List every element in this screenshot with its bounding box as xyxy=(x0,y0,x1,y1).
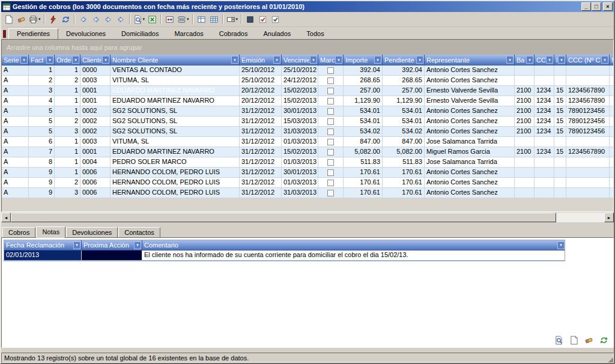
marca-checkbox[interactable] xyxy=(327,180,334,186)
cell-importe[interactable]: 170.61 xyxy=(344,178,383,188)
cell-marca[interactable] xyxy=(318,117,344,127)
column-header-i[interactable]: I▼ xyxy=(554,55,566,65)
notes-column-header-comentario[interactable]: Comentario▼ xyxy=(142,240,565,250)
cell-representante[interactable]: Antonio Cortes Sanchez xyxy=(425,76,515,86)
column-header-vencimie[interactable]: Vencimie▼ xyxy=(282,55,318,65)
marca-checkbox[interactable] xyxy=(327,149,334,156)
marca-checkbox[interactable] xyxy=(327,108,334,115)
cell-ccc-n-c[interactable] xyxy=(566,137,610,147)
cell-nombre-cliente[interactable]: EDUARDO MARTINEZ NAVARRO xyxy=(111,96,240,106)
cell-vencimie[interactable]: 31/03/2013 xyxy=(282,188,318,198)
resize-grip[interactable]: ◢ xyxy=(608,356,613,363)
column-header-emision[interactable]: Emisión▼ xyxy=(240,55,282,65)
column-header-ba[interactable]: Ba▼ xyxy=(515,55,535,65)
cell-n[interactable] xyxy=(610,76,613,86)
filter-button[interactable]: ▼ xyxy=(72,56,79,64)
cell-emision[interactable]: 31/12/2012 xyxy=(240,106,282,117)
cell-vencimie[interactable]: 15/02/2013 xyxy=(282,96,318,106)
column-header-importe[interactable]: Importe▼ xyxy=(344,55,383,65)
cell-emision[interactable]: 31/12/2012 xyxy=(240,147,282,157)
cell-vencimie[interactable]: 15/02/2013 xyxy=(282,86,318,96)
cell-importe[interactable]: 534.01 xyxy=(344,106,383,117)
cell-nombre-cliente[interactable]: SG2 SOLUTIONS, SL xyxy=(111,127,240,137)
cell-vencimie[interactable]: 30/01/2013 xyxy=(282,168,318,178)
cell-representante[interactable]: Ernesto Valverde Sevilla xyxy=(425,96,515,106)
remittance-button[interactable] xyxy=(163,13,176,26)
cell-ba[interactable] xyxy=(515,168,535,178)
marca-checkbox[interactable] xyxy=(327,88,334,94)
cell-ba[interactable]: 2100 xyxy=(515,147,535,157)
table-row[interactable]: A520002SG2 SOLUTIONS, SL31/12/201215/03/… xyxy=(2,117,613,127)
cell-marca[interactable] xyxy=(318,188,344,198)
cell-representante[interactable]: Antonio Cortes Sanchez xyxy=(425,106,515,117)
cell-i[interactable] xyxy=(554,137,566,147)
marca-checkbox[interactable] xyxy=(327,159,334,166)
cell-orden[interactable]: 1 xyxy=(55,106,80,117)
cell-i[interactable]: 15 xyxy=(554,86,566,96)
cell-serie[interactable]: A xyxy=(2,76,29,86)
view-selector[interactable]: ▾ xyxy=(225,13,240,26)
cell-n[interactable] xyxy=(610,188,613,198)
marca-checkbox[interactable] xyxy=(327,129,334,135)
cell-i[interactable] xyxy=(554,76,566,86)
cell-fact[interactable]: 9 xyxy=(29,168,55,178)
cell-n[interactable] xyxy=(610,117,613,127)
nav-first-button[interactable] xyxy=(77,13,89,26)
notes-cell-fecha-reclamacion[interactable]: 02/01/2013 xyxy=(4,250,82,261)
notes-cell-proxima-accion[interactable] xyxy=(82,250,142,261)
cell-cc[interactable]: 1234 xyxy=(535,86,554,96)
filter-button[interactable]: ▼ xyxy=(526,56,533,64)
filter-button[interactable]: ▼ xyxy=(46,56,53,64)
cell-fact[interactable]: 5 xyxy=(29,117,55,127)
cell-serie[interactable]: A xyxy=(2,137,29,147)
filter-button[interactable]: ▼ xyxy=(557,241,565,249)
filter-button[interactable]: ▼ xyxy=(310,56,317,64)
cell-cliente[interactable]: 0001 xyxy=(80,147,111,157)
filter-button[interactable]: ▼ xyxy=(416,56,423,64)
cell-ba[interactable] xyxy=(515,178,535,188)
cell-cliente[interactable]: 0003 xyxy=(80,76,111,86)
grid-layout-button[interactable] xyxy=(195,13,208,26)
marca-checkbox[interactable] xyxy=(327,67,334,74)
cell-i[interactable] xyxy=(554,157,566,168)
table-row[interactable]: A610003VITUMA, SL31/12/201201/03/2013847… xyxy=(2,137,613,147)
tab-cobrados[interactable]: Cobrados xyxy=(211,29,256,39)
cell-importe[interactable]: 257.00 xyxy=(344,86,383,96)
cell-serie[interactable]: A xyxy=(2,96,29,106)
cell-cliente[interactable]: 0003 xyxy=(80,137,111,147)
cell-orden[interactable]: 1 xyxy=(55,65,80,76)
cell-serie[interactable]: A xyxy=(2,147,29,157)
cell-representante[interactable]: Antonio Cortes Sanchez xyxy=(425,178,515,188)
cell-fact[interactable]: 1 xyxy=(29,65,55,76)
scroll-thumb[interactable] xyxy=(11,213,556,222)
cell-representante[interactable]: Antonio Cortes Sanchez xyxy=(425,127,515,137)
cell-importe[interactable]: 847.00 xyxy=(344,137,383,147)
cell-ccc-n-c[interactable] xyxy=(566,65,610,76)
cell-cc[interactable] xyxy=(535,188,554,198)
cell-i[interactable]: 15 xyxy=(554,117,566,127)
marca-checkbox[interactable] xyxy=(327,77,334,84)
cell-representante[interactable]: Jose Salamanca Tarrida xyxy=(425,157,515,168)
cell-i[interactable] xyxy=(554,188,566,198)
cell-marca[interactable] xyxy=(318,178,344,188)
cell-orden[interactable]: 1 xyxy=(55,147,80,157)
nav-next-button[interactable] xyxy=(102,13,115,26)
cell-vencimie[interactable]: 30/01/2013 xyxy=(282,106,318,117)
cell-fact[interactable]: 5 xyxy=(29,127,55,137)
cell-pendiente[interactable]: 534.02 xyxy=(383,127,425,137)
title-bar[interactable]: Gestión de cobros (los 3000 documentos c… xyxy=(1,1,614,12)
cell-fact[interactable]: 8 xyxy=(29,157,55,168)
cell-i[interactable]: 15 xyxy=(554,147,566,157)
cell-orden[interactable]: 3 xyxy=(55,127,80,137)
cell-cc[interactable] xyxy=(535,168,554,178)
cell-ccc-n-c[interactable] xyxy=(566,188,610,198)
refresh-button[interactable] xyxy=(59,13,72,26)
cell-marca[interactable] xyxy=(318,65,344,76)
cell-nombre-cliente[interactable]: SG2 SOLUTIONS, SL xyxy=(111,117,240,127)
bottom-tab-notas[interactable]: Notas xyxy=(36,226,65,238)
cell-pendiente[interactable]: 534.01 xyxy=(383,117,425,127)
minimize-button[interactable]: _ xyxy=(581,2,591,11)
cell-vencimie[interactable]: 01/03/2013 xyxy=(282,157,318,168)
cell-ccc-n-c[interactable] xyxy=(566,76,610,86)
cell-representante[interactable]: Ernesto Valverde Sevilla xyxy=(425,86,515,96)
